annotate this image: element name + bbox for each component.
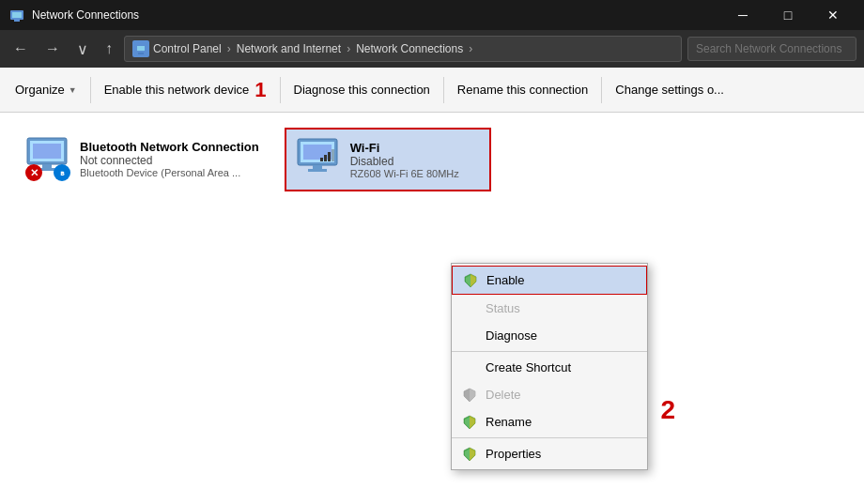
svg-rect-14 (313, 165, 322, 169)
ctx-diagnose-label: Diagnose (486, 328, 537, 343)
window-icon (9, 8, 24, 23)
breadcrumb-sep-3: › (469, 42, 472, 55)
ctx-rename[interactable]: Rename (452, 408, 647, 435)
bluetooth-adapter-device: Bluetooth Device (Personal Area ... (80, 167, 259, 178)
diagnose-button[interactable]: Diagnose this connection (283, 68, 441, 112)
ctx-enable-label: Enable (486, 273, 524, 287)
svg-marker-30 (470, 448, 475, 461)
context-menu: Enable Status Diagnose Create Shortcut (451, 263, 648, 470)
wifi-adapter-status: Disabled (350, 155, 459, 168)
svg-marker-24 (470, 389, 475, 402)
toolbar-sep-2 (280, 77, 281, 103)
bluetooth-adapter-info: Bluetooth Network Connection Not connect… (80, 140, 259, 178)
svg-rect-2 (14, 20, 20, 22)
organize-button[interactable]: Organize ▼ (4, 68, 88, 112)
ctx-delete-label: Delete (486, 388, 521, 402)
main-content: ✕ ʙ Bluetooth Network Connection Not con… (0, 113, 864, 504)
address-bar: ← → ∨ ↑ Control Panel › Network and Inte… (0, 30, 864, 68)
breadcrumb-icon (132, 40, 149, 57)
right-pane: ✕ ʙ Bluetooth Network Connection Not con… (0, 113, 864, 504)
toolbar: Organize ▼ Enable this network device 1 … (0, 68, 864, 113)
rename-button[interactable]: Rename this connection (446, 68, 599, 112)
error-overlay-icon: ✕ (25, 164, 42, 181)
ctx-status: Status (452, 295, 647, 322)
svg-rect-9 (42, 164, 52, 168)
wifi-adapter-device: RZ608 Wi-Fi 6E 80MHz (350, 168, 459, 179)
svg-rect-15 (308, 169, 327, 172)
breadcrumb: Control Panel › Network and Internet › N… (124, 36, 682, 62)
svg-rect-18 (328, 152, 331, 161)
up-button[interactable]: ↑ (100, 37, 118, 61)
enable-label: Enable this network device (104, 83, 250, 97)
toolbar-sep-4 (601, 77, 602, 103)
breadcrumb-sep-2: › (347, 42, 350, 55)
svg-rect-5 (138, 53, 144, 54)
search-input[interactable] (687, 37, 856, 61)
forward-button[interactable]: → (39, 37, 66, 61)
enable-shield-icon (462, 272, 479, 289)
svg-marker-27 (470, 416, 475, 429)
ctx-properties-label: Properties (486, 447, 541, 461)
enable-button[interactable]: Enable this network device 1 (93, 68, 278, 112)
wifi-adapter-info: Wi-Fi Disabled RZ608 Wi-Fi 6E 80MHz (350, 141, 459, 179)
breadcrumb-sep-1: › (227, 42, 231, 55)
bluetooth-adapter[interactable]: ✕ ʙ Bluetooth Network Connection Not con… (15, 128, 270, 190)
title-bar: Network Connections ─ □ ✕ (0, 0, 864, 30)
ctx-status-label: Status (486, 301, 520, 315)
bluetooth-adapter-name: Bluetooth Network Connection (80, 140, 259, 154)
window-controls: ─ □ ✕ (721, 0, 855, 30)
ctx-diagnose[interactable]: Diagnose (452, 322, 647, 349)
breadcrumb-network-connections[interactable]: Network Connections (356, 42, 463, 55)
breadcrumb-network-internet[interactable]: Network and Internet (237, 42, 341, 55)
ctx-shortcut-label: Create Shortcut (486, 360, 571, 374)
rename-label: Rename this connection (457, 83, 588, 97)
nav-pane: ✕ ʙ Bluetooth Network Connection Not con… (0, 113, 864, 504)
ctx-delete: Delete (452, 381, 647, 408)
ctx-sep-1 (452, 351, 647, 352)
delete-shield-icon (461, 387, 478, 404)
diagnose-label: Diagnose this connection (294, 83, 430, 97)
settings-button[interactable]: Change settings o... (604, 68, 735, 112)
ctx-enable[interactable]: Enable (452, 266, 647, 295)
maximize-button[interactable]: □ (766, 0, 810, 30)
svg-rect-13 (303, 145, 332, 160)
badge-1: 1 (255, 80, 266, 100)
svg-rect-4 (137, 46, 145, 51)
close-button[interactable]: ✕ (811, 0, 855, 30)
window-title: Network Connections (32, 8, 139, 22)
rename-shield-icon (461, 414, 478, 431)
svg-marker-22 (471, 274, 476, 287)
wifi-adapter-name: Wi-Fi (350, 141, 459, 155)
minimize-button[interactable]: ─ (721, 0, 764, 30)
ctx-sep-2 (452, 437, 647, 438)
svg-rect-1 (12, 12, 22, 18)
svg-rect-8 (33, 144, 61, 159)
ctx-create-shortcut[interactable]: Create Shortcut (452, 354, 647, 381)
toolbar-sep-1 (90, 77, 91, 103)
properties-shield-icon (461, 446, 478, 463)
ctx-properties[interactable]: Properties (452, 440, 647, 467)
back-button[interactable]: ← (8, 37, 34, 61)
wifi-adapter[interactable]: Wi-Fi Disabled RZ608 Wi-Fi 6E 80MHz (285, 128, 491, 191)
ctx-rename-label: Rename (486, 415, 532, 429)
bluetooth-icon-wrap: ✕ ʙ (25, 136, 70, 181)
wifi-icon-wrap (296, 137, 341, 182)
settings-label: Change settings o... (615, 83, 724, 97)
breadcrumb-control-panel[interactable]: Control Panel (153, 42, 222, 55)
wifi-monitor-icon (296, 137, 339, 176)
organize-arrow: ▼ (69, 85, 77, 95)
organize-label: Organize (15, 83, 65, 97)
bluetooth-overlay-icon: ʙ (54, 164, 70, 181)
svg-rect-16 (320, 158, 323, 161)
badge-2: 2 (660, 395, 675, 425)
svg-rect-19 (332, 149, 334, 161)
bluetooth-adapter-status: Not connected (80, 154, 259, 167)
toolbar-sep-3 (443, 77, 444, 103)
svg-rect-17 (324, 155, 327, 161)
recent-button[interactable]: ∨ (71, 37, 94, 62)
